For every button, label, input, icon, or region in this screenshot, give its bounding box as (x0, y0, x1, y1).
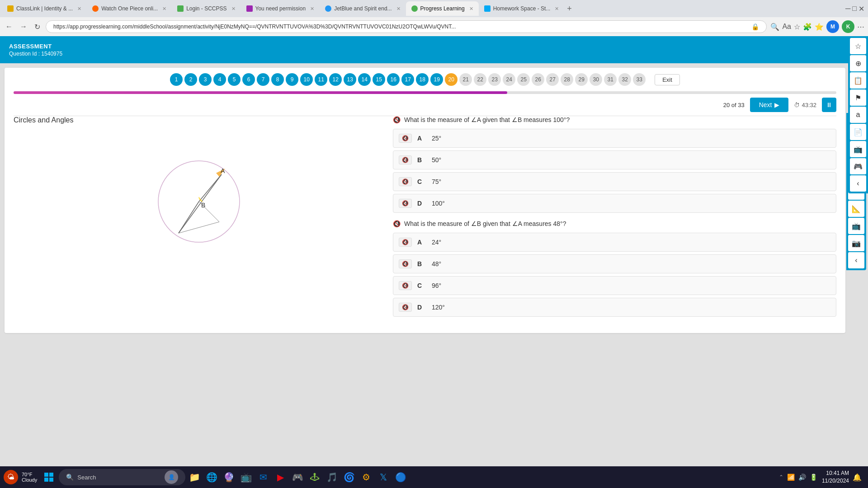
taskbar-netflix[interactable]: ▶ (272, 469, 288, 485)
notification-button[interactable]: 🔔 (850, 470, 864, 484)
q-bubble-18[interactable]: 18 (416, 73, 429, 86)
collapse-sidebar-button[interactable]: ‹ (850, 175, 866, 192)
tool-ruler[interactable]: 📐 (848, 201, 864, 217)
tool-screen-record[interactable]: 📺 (848, 218, 864, 234)
tab-permission-close[interactable]: ✕ (310, 6, 314, 12)
answer-q2-c-sound[interactable]: 🔇 (399, 281, 412, 290)
favorites-sidebar-icon[interactable]: ☆ (850, 38, 866, 54)
minimize-button[interactable]: ─ (845, 5, 850, 13)
q-bubble-8[interactable]: 8 (271, 73, 284, 86)
close-window-button[interactable]: ✕ (859, 5, 864, 13)
q-bubble-29[interactable]: 29 (575, 73, 588, 86)
start-button[interactable] (40, 468, 58, 486)
question-1-sound-icon[interactable]: 🔇 (393, 116, 401, 123)
tab-homework-close[interactable]: ✕ (555, 6, 559, 12)
q-bubble-33[interactable]: 33 (633, 73, 646, 86)
favorites-icon[interactable]: ⭐ (815, 23, 824, 31)
q-bubble-28[interactable]: 28 (561, 73, 573, 86)
q-bubble-25[interactable]: 25 (517, 73, 530, 86)
forward-button[interactable]: → (18, 21, 29, 33)
profile-avatar[interactable]: M (826, 20, 839, 33)
reload-button[interactable]: ↻ (33, 21, 42, 33)
tab-classlink[interactable]: ClassLink | Identity & ... ✕ (2, 1, 87, 16)
q-bubble-22[interactable]: 22 (474, 73, 486, 86)
answer-q1-c-sound[interactable]: 🔇 (399, 177, 412, 186)
taskbar-search[interactable]: 🔍 Search 👤 (59, 469, 185, 485)
systray-volume-icon[interactable]: 🔊 (798, 474, 806, 481)
q-bubble-31[interactable]: 31 (604, 73, 617, 86)
q-bubble-17[interactable]: 17 (401, 73, 414, 86)
q-bubble-14[interactable]: 14 (358, 73, 371, 86)
q-bubble-9[interactable]: 9 (286, 73, 298, 86)
taskbar-cortana[interactable]: 🔮 (221, 469, 237, 485)
extensions-icon[interactable]: 🧩 (803, 23, 812, 31)
q-bubble-15[interactable]: 15 (373, 73, 385, 86)
profile-avatar-secondary[interactable]: K (842, 20, 854, 33)
answer-q2-a[interactable]: 🔇 A 24° (393, 233, 836, 252)
tab-jetblue[interactable]: JetBlue and Spirit end... ✕ (320, 1, 406, 16)
tab-progress-learning-close[interactable]: ✕ (469, 6, 473, 12)
taskbar-unknown-app[interactable]: ⚙ (358, 469, 374, 485)
q-bubble-32[interactable]: 32 (618, 73, 631, 86)
maximize-button[interactable]: □ (852, 5, 857, 13)
answer-q1-d[interactable]: 🔇 D 100° (393, 194, 836, 213)
settings-sidebar-icon[interactable]: a (850, 107, 866, 123)
tool-collapse[interactable]: ‹ (848, 252, 864, 268)
url-bar[interactable]: https://app.progresslearning.com/middleS… (46, 20, 767, 33)
q-bubble-13[interactable]: 13 (344, 73, 356, 86)
answer-q1-a-sound[interactable]: 🔇 (399, 134, 412, 143)
q-bubble-5[interactable]: 5 (228, 73, 241, 86)
q-bubble-6[interactable]: 6 (242, 73, 255, 86)
reader-icon[interactable]: Aa (782, 23, 791, 31)
tab-progress-learning[interactable]: Progress Learning ✕ (406, 1, 479, 16)
question-2-sound-icon[interactable]: 🔇 (393, 220, 401, 227)
reading-icon[interactable]: 📄 (850, 124, 866, 140)
taskbar-unknown-game[interactable]: 🕹 (307, 469, 323, 485)
tab-watch-one-piece[interactable]: Watch One Piece onli... ✕ (87, 1, 172, 16)
q-bubble-2[interactable]: 2 (184, 73, 197, 86)
search-icon[interactable]: 🔍 (770, 23, 779, 31)
star-icon[interactable]: ☆ (794, 23, 800, 31)
next-button[interactable]: Next ▶ (750, 98, 789, 112)
q-bubble-16[interactable]: 16 (387, 73, 400, 86)
q-bubble-23[interactable]: 23 (488, 73, 501, 86)
q-bubble-4[interactable]: 4 (213, 73, 226, 86)
answer-q2-b[interactable]: 🔇 B 48° (393, 254, 836, 273)
q-bubble-26[interactable]: 26 (532, 73, 544, 86)
tab-login[interactable]: Login - SCCPSS ✕ (172, 1, 241, 16)
tab-watch-one-piece-close[interactable]: ✕ (162, 6, 166, 12)
q-bubble-10[interactable]: 10 (300, 73, 313, 86)
taskbar-chrome[interactable]: 🔵 (392, 469, 409, 485)
answer-q2-a-sound[interactable]: 🔇 (399, 238, 412, 247)
answer-q1-a[interactable]: 🔇 A 25° (393, 129, 836, 148)
q-bubble-20[interactable]: 20 (445, 73, 458, 86)
q-bubble-27[interactable]: 27 (546, 73, 559, 86)
collections-icon[interactable]: ⊕ (850, 55, 866, 71)
q-bubble-3[interactable]: 3 (199, 73, 212, 86)
q-bubble-12[interactable]: 12 (329, 73, 342, 86)
answer-q1-b-sound[interactable]: 🔇 (399, 155, 412, 164)
downloads-icon[interactable]: ⚑ (850, 89, 866, 106)
tab-jetblue-close[interactable]: ✕ (396, 6, 401, 12)
history-icon[interactable]: 📋 (850, 72, 866, 89)
taskbar-clock[interactable]: 10:41 AM 11/20/2024 (822, 469, 849, 485)
q-bubble-30[interactable]: 30 (590, 73, 602, 86)
answer-q2-b-sound[interactable]: 🔇 (399, 259, 412, 268)
new-tab-button[interactable]: + (564, 4, 575, 14)
tab-classlink-close[interactable]: ✕ (77, 6, 81, 12)
tab-homework[interactable]: Homework Space - St... ✕ (479, 1, 565, 16)
tab-permission[interactable]: You need permission ✕ (241, 1, 320, 16)
systray-battery-icon[interactable]: 🔋 (810, 474, 817, 481)
back-button[interactable]: ← (4, 21, 14, 33)
q-bubble-21[interactable]: 21 (459, 73, 472, 86)
game-icon[interactable]: 🎮 (850, 158, 866, 174)
tab-login-close[interactable]: ✕ (231, 6, 236, 12)
answer-q1-c[interactable]: 🔇 C 75° (393, 172, 836, 191)
systray-chevron-icon[interactable]: ⌃ (779, 474, 783, 480)
screen-cast-icon[interactable]: 📺 (850, 141, 866, 157)
exit-button[interactable]: Exit (655, 74, 680, 85)
menu-icon[interactable]: ⋯ (857, 23, 864, 31)
taskbar-edge[interactable]: 🌀 (341, 469, 357, 485)
taskbar-outlook[interactable]: ✉ (255, 469, 271, 485)
q-bubble-19[interactable]: 19 (430, 73, 443, 86)
